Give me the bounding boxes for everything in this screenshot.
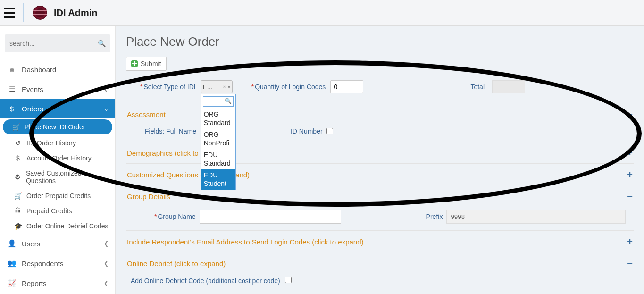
- id-number-label: ID Number: [291, 127, 323, 135]
- graduation-icon: 🎓: [13, 222, 23, 230]
- sidebar-sub-label: Prepaid Credits: [26, 207, 72, 215]
- sidebar-search[interactable]: 🔍: [5, 34, 110, 52]
- list-icon: ☰: [7, 85, 17, 93]
- section-title: Demographics (click to e: [127, 149, 204, 157]
- chevron-left-icon: ❮: [104, 86, 109, 92]
- chevron-down-icon: ⌄: [104, 106, 109, 112]
- sidebar-item-label: Reports: [22, 279, 47, 287]
- idi-type-selected: E…: [203, 84, 221, 91]
- top-divider-right: [573, 0, 573, 26]
- expand-icon[interactable]: +: [627, 169, 633, 180]
- group-name-input[interactable]: [200, 210, 341, 224]
- sidebar-sub-account-history[interactable]: $ Account Order History: [0, 151, 115, 166]
- search-input[interactable]: [9, 40, 98, 47]
- sidebar-sub-order-prepaid[interactable]: 🛒 Order Prepaid Credits: [0, 188, 115, 203]
- chevron-left-icon: ❮: [104, 260, 109, 267]
- caret-down-icon[interactable]: ▾: [228, 84, 230, 90]
- full-name-label: Fields: Full Name: [145, 127, 196, 135]
- top-divider: [32, 0, 32, 26]
- section-title: Include Respondent's Email Address to Se…: [127, 238, 364, 246]
- section-title: Online Debrief (click to expand): [127, 260, 226, 268]
- total-label: Total: [470, 83, 485, 91]
- idi-type-select[interactable]: E… × ▾ 🔍 ORG Standard ORG NonProfi EDU S…: [201, 80, 233, 93]
- users-icon: 👥: [7, 259, 17, 268]
- user-icon: 👤: [7, 239, 17, 248]
- type-label: *Select Type of IDI: [140, 83, 196, 91]
- chart-icon: 📈: [7, 279, 17, 287]
- menu-toggle-button[interactable]: [5, 3, 24, 22]
- group-name-label: *Group Name: [154, 213, 196, 220]
- bank-icon: 🏛: [13, 207, 23, 215]
- expand-icon[interactable]: +: [627, 236, 633, 247]
- section-group-body: *Group Name Prefix: [126, 207, 634, 230]
- sidebar-sub-label: IDI Order History: [26, 139, 76, 147]
- search-icon: 🔍: [225, 98, 232, 104]
- section-online-debrief-header[interactable]: Online Debrief (click to expand) −: [126, 252, 634, 274]
- collapse-icon[interactable]: −: [627, 109, 633, 120]
- sidebar-sub-order-debrief[interactable]: 🎓 Order Online Debrief Codes: [0, 218, 115, 234]
- sidebar-item-label: Events: [22, 85, 43, 93]
- submit-label: Submit: [141, 60, 161, 67]
- section-title: Group Details: [127, 193, 170, 201]
- total-value: [492, 80, 525, 93]
- idi-type-option[interactable]: ORG Standard: [201, 109, 235, 129]
- sidebar-item-reports[interactable]: 📈 Reports ❮: [0, 273, 115, 293]
- dropdown-search[interactable]: 🔍: [201, 94, 235, 109]
- section-title: Assessment: [127, 110, 166, 118]
- sidebar-sub-label: Place New IDI Order: [25, 123, 85, 131]
- chevron-left-icon: ❮: [104, 280, 109, 286]
- main-content: Place New Order Submit *Select Type of I…: [116, 26, 644, 294]
- prefix-label: Prefix: [426, 213, 443, 220]
- page-title: Place New Order: [126, 34, 634, 49]
- prefix-value: [446, 210, 626, 224]
- globe-logo-icon: [33, 6, 47, 20]
- dashboard-icon: ⎈: [7, 66, 17, 74]
- sidebar-item-orders[interactable]: $ Orders ⌄: [0, 99, 115, 118]
- clear-icon[interactable]: ×: [221, 84, 227, 90]
- id-number-checkbox[interactable]: [326, 128, 333, 134]
- collapse-icon[interactable]: −: [627, 191, 633, 202]
- sidebar-item-respondents[interactable]: 👥 Respondents ❮: [0, 253, 115, 273]
- idi-type-option[interactable]: ORG NonProfi: [201, 129, 235, 149]
- idi-type-dropdown[interactable]: 🔍 ORG Standard ORG NonProfi EDU Standard…: [201, 94, 236, 190]
- section-online-debrief-body: Add Online Debrief Code (additional cost…: [126, 274, 634, 291]
- sidebar-sub-idi-history[interactable]: ↺ IDI Order History: [0, 135, 115, 151]
- add-debrief-checkbox[interactable]: [285, 277, 292, 283]
- sidebar-sub-label: Account Order History: [26, 154, 92, 162]
- chevron-left-icon: ❮: [104, 240, 109, 247]
- sidebar-item-label: Orders: [22, 105, 43, 113]
- topbar: IDI Admin: [0, 0, 644, 26]
- sidebar-sub-place-order[interactable]: 🛒 Place New IDI Order: [3, 119, 112, 134]
- sidebar-sub-label: Order Prepaid Credits: [26, 192, 91, 200]
- money-icon: $: [7, 105, 17, 113]
- qty-input[interactable]: [330, 80, 363, 93]
- order-params-row: *Select Type of IDI E… × ▾ 🔍 ORG Standar…: [126, 80, 634, 93]
- section-include-email-header[interactable]: Include Respondent's Email Address to Se…: [126, 230, 634, 252]
- money-icon: $: [13, 154, 23, 162]
- add-debrief-label: Add Online Debrief Code (additional cost…: [131, 277, 280, 285]
- search-icon[interactable]: 🔍: [98, 40, 106, 47]
- qty-label: *Quantity of Login Codes: [251, 83, 326, 91]
- app-title: IDI Admin: [54, 8, 98, 18]
- sidebar-sub-label: Saved Customized Questions: [26, 169, 109, 185]
- orders-submenu: 🛒 Place New IDI Order ↺ IDI Order Histor…: [0, 119, 115, 234]
- sidebar-item-events[interactable]: ☰ Events ❮: [0, 79, 115, 99]
- sidebar-sub-saved-questions[interactable]: ⚙ Saved Customized Questions: [0, 166, 115, 188]
- sidebar: 🔍 ⎈ Dashboard ☰ Events ❮ $ Orders ⌄ 🛒 Pl…: [0, 26, 116, 294]
- sidebar-item-users[interactable]: 👤 Users ❮: [0, 234, 115, 253]
- idi-type-option[interactable]: EDU Standard: [201, 149, 235, 169]
- sidebar-item-label: Respondents: [22, 260, 63, 268]
- collapse-icon[interactable]: −: [627, 258, 633, 269]
- sidebar-sub-label: Order Online Debrief Codes: [26, 222, 109, 230]
- idi-type-option-selected[interactable]: EDU Student: [201, 169, 235, 190]
- sidebar-sub-prepaid[interactable]: 🏛 Prepaid Credits: [0, 203, 115, 218]
- sidebar-item-dashboard[interactable]: ⎈ Dashboard: [0, 60, 115, 79]
- plus-icon: [131, 60, 138, 67]
- submit-button[interactable]: Submit: [126, 57, 167, 71]
- gears-icon: ⚙: [13, 173, 22, 181]
- history-icon: ↺: [13, 139, 23, 147]
- cart-icon: 🛒: [13, 192, 23, 200]
- cart-icon: 🛒: [11, 123, 21, 131]
- expand-icon[interactable]: +: [627, 148, 633, 159]
- sidebar-item-label: Dashboard: [22, 66, 56, 74]
